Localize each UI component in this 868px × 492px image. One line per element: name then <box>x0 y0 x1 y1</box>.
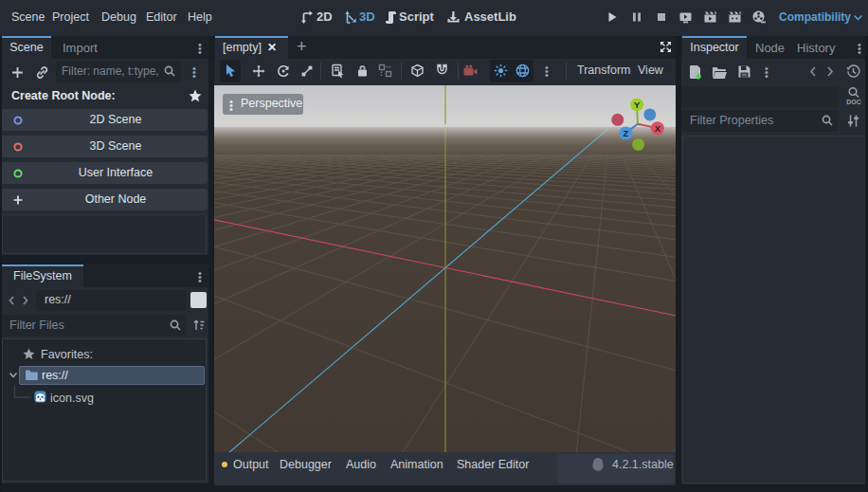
svg-text:Y: Y <box>634 100 641 110</box>
svg-text:Z: Z <box>623 128 628 138</box>
svg-text:DOC: DOC <box>846 99 861 105</box>
svg-text:X: X <box>655 123 661 134</box>
